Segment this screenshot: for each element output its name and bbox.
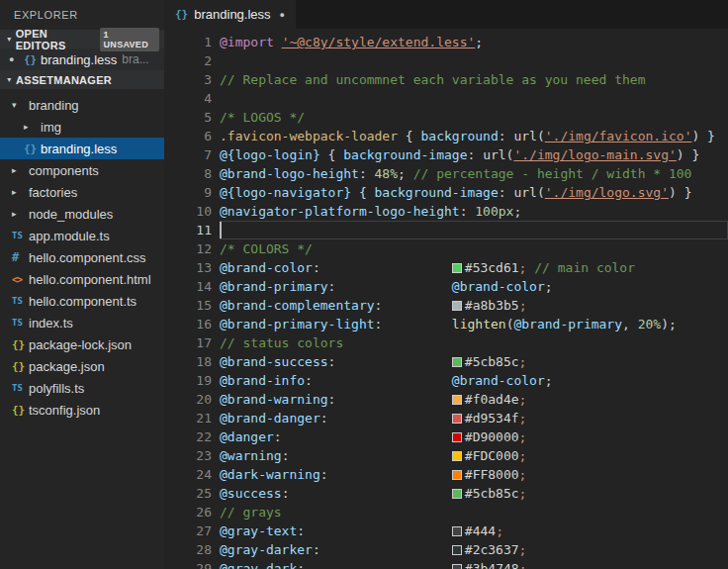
code-line-19[interactable]: 19@brand-info: @brand-color; <box>164 371 728 390</box>
code-line-16[interactable]: 16@brand-primary-light: lighten(@brand-p… <box>164 315 728 333</box>
line-content: @brand-primary-light: lighten(@brand-pri… <box>220 315 728 333</box>
tree-item-label: hello.component.ts <box>29 294 136 309</box>
code-editor[interactable]: 1@import '~@c8y/style/extend.less';23// … <box>164 29 728 569</box>
code-line-14[interactable]: 14@brand-primary: @brand-color; <box>164 277 728 296</box>
code-line-20[interactable]: 20@brand-warning: #f0ad4e; <box>164 390 728 409</box>
code-line-2[interactable]: 2 <box>164 51 728 70</box>
color-swatch[interactable] <box>452 395 462 405</box>
line-number: 14 <box>164 277 220 296</box>
tree-item-label: branding <box>29 98 79 113</box>
code-line-21[interactable]: 21@brand-danger: #d9534f; <box>164 409 728 427</box>
ts-file-icon: TS <box>12 296 29 306</box>
color-swatch[interactable] <box>452 301 462 311</box>
tree-item-branding-less[interactable]: {}branding.less <box>0 138 164 159</box>
line-content: /* LOGOS */ <box>220 108 728 127</box>
code-line-6[interactable]: 6.favicon-webpack-loader { background: u… <box>164 127 728 145</box>
tree-item-node-modules[interactable]: ▸node_modules <box>0 203 164 225</box>
line-number: 3 <box>164 70 220 89</box>
color-swatch[interactable] <box>452 470 462 480</box>
color-swatch[interactable] <box>452 357 462 367</box>
code-line-26[interactable]: 26// grays <box>164 503 728 522</box>
color-swatch[interactable] <box>452 451 462 461</box>
tree-item-app-module-ts[interactable]: TSapp.module.ts <box>0 225 164 246</box>
line-content <box>220 51 728 70</box>
color-swatch[interactable] <box>452 545 462 555</box>
tree-item-hello-component-css[interactable]: #hello.component.css <box>0 246 164 268</box>
code-line-4[interactable]: 4 <box>164 89 728 108</box>
json-file-icon: {} <box>12 360 29 373</box>
tree-item-tsconfig-json[interactable]: {}tsconfig.json <box>0 399 164 421</box>
code-line-18[interactable]: 18@brand-success: #5cb85c; <box>164 352 728 371</box>
line-number: 10 <box>164 202 220 221</box>
line-content: @gray-darker: #2c3637; <box>220 540 728 559</box>
folder-collapsed-twisty-icon: ▸ <box>12 165 29 175</box>
code-line-7[interactable]: 7@{logo-login} { background-image: url('… <box>164 145 728 164</box>
tree-item-polyfills-ts[interactable]: TSpolyfills.ts <box>0 377 164 399</box>
line-number: 21 <box>164 409 220 427</box>
line-content: @dark-warning: #FF8000; <box>220 465 728 484</box>
color-swatch[interactable] <box>452 526 462 536</box>
dirty-dot-icon[interactable]: ● <box>9 54 24 64</box>
ts-file-icon: TS <box>12 318 29 328</box>
tab-dirty-dot-icon[interactable]: ● <box>280 10 285 20</box>
code-line-13[interactable]: 13@brand-color: #53cd61; // main color <box>164 258 728 277</box>
css-file-icon: # <box>12 250 29 264</box>
tree-item-factories[interactable]: ▸factories <box>0 181 164 203</box>
open-editors-header[interactable]: ▾ OPEN EDITORS 1 UNSAVED <box>0 30 164 48</box>
color-swatch[interactable] <box>452 489 462 499</box>
less-file-icon: {} <box>175 8 188 21</box>
editor-group: {} branding.less ● 1@import '~@c8y/style… <box>164 0 728 569</box>
code-line-25[interactable]: 25@success: #5cb85c; <box>164 484 728 503</box>
tree-item-components[interactable]: ▸components <box>0 159 164 181</box>
code-line-11[interactable]: 11 <box>164 221 728 239</box>
code-line-10[interactable]: 10@navigator-platform-logo-height: 100px… <box>164 202 728 221</box>
code-line-8[interactable]: 8@brand-logo-height: 48%; // percentage … <box>164 164 728 183</box>
code-line-22[interactable]: 22@danger: #D90000; <box>164 427 728 446</box>
open-editor-item-branding-less[interactable]: ● {} branding.less bra... <box>0 48 164 70</box>
tree-item-hello-component-ts[interactable]: TShello.component.ts <box>0 290 164 312</box>
color-swatch[interactable] <box>452 564 462 569</box>
tab-label: branding.less <box>194 7 270 22</box>
tree-item-hello-component-html[interactable]: <>hello.component.html <box>0 268 164 290</box>
open-editors-label: OPEN EDITORS <box>16 28 100 51</box>
line-content: @import '~@c8y/style/extend.less'; <box>220 33 728 51</box>
line-content: @brand-primary: @brand-color; <box>220 277 728 296</box>
line-content: @brand-complementary: #a8b3b5; <box>220 296 728 315</box>
line-content: @danger: #D90000; <box>220 427 728 446</box>
line-number: 5 <box>164 108 220 127</box>
color-swatch[interactable] <box>452 414 462 424</box>
tab-branding-less[interactable]: {} branding.less ● <box>164 0 296 29</box>
code-line-1[interactable]: 1@import '~@c8y/style/extend.less'; <box>164 33 728 51</box>
line-number: 28 <box>164 540 220 559</box>
tree-item-index-ts[interactable]: TSindex.ts <box>0 312 164 333</box>
file-tree: ▾branding▸img{}branding.less▸components▸… <box>0 89 164 421</box>
color-swatch[interactable] <box>452 263 462 273</box>
ts-file-icon: TS <box>12 383 29 393</box>
tree-item-branding[interactable]: ▾branding <box>0 94 164 116</box>
code-line-27[interactable]: 27@gray-text: #444; <box>164 522 728 540</box>
line-number: 25 <box>164 484 220 503</box>
code-line-5[interactable]: 5/* LOGOS */ <box>164 108 728 127</box>
code-line-24[interactable]: 24@dark-warning: #FF8000; <box>164 465 728 484</box>
line-number: 23 <box>164 446 220 465</box>
folder-collapsed-twisty-icon: ▸ <box>12 209 29 219</box>
code-line-9[interactable]: 9@{logo-navigator} { background-image: u… <box>164 183 728 202</box>
assetmanager-header[interactable]: ▾ ASSETMANAGER <box>0 70 164 89</box>
code-line-3[interactable]: 3// Replace and uncommnet each variable … <box>164 70 728 89</box>
line-number: 24 <box>164 465 220 484</box>
color-swatch[interactable] <box>452 432 462 442</box>
code-line-15[interactable]: 15@brand-complementary: #a8b3b5; <box>164 296 728 315</box>
tree-item-label: node_modules <box>29 207 113 222</box>
code-line-17[interactable]: 17// status colors <box>164 333 728 352</box>
tree-item-package-lock-json[interactable]: {}package-lock.json <box>0 333 164 355</box>
code-line-28[interactable]: 28@gray-darker: #2c3637; <box>164 540 728 559</box>
code-line-12[interactable]: 12/* COLORS */ <box>164 239 728 258</box>
tree-item-img[interactable]: ▸img <box>0 116 164 138</box>
line-number: 2 <box>164 51 220 70</box>
line-number: 22 <box>164 427 220 446</box>
code-line-29[interactable]: 29@gray-dark: #3b4748; <box>164 559 728 569</box>
tree-item-label: package.json <box>29 359 105 374</box>
line-content: @success: #5cb85c; <box>220 484 728 503</box>
code-line-23[interactable]: 23@warning: #FDC000; <box>164 446 728 465</box>
tree-item-package-json[interactable]: {}package.json <box>0 355 164 377</box>
